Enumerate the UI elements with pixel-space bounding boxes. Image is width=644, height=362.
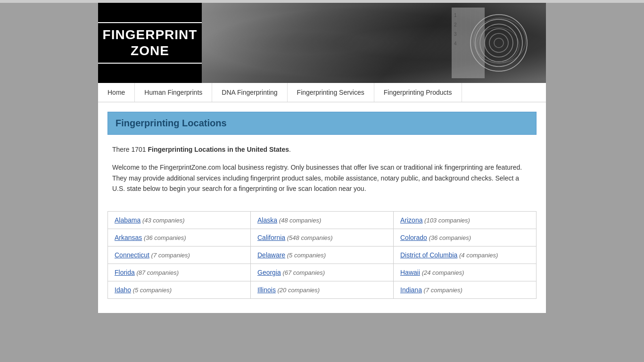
company-count: (36 companies): [427, 234, 471, 241]
company-count: (67 companies): [281, 269, 325, 276]
company-count: (548 companies): [285, 234, 332, 241]
count-text-before: There 1701: [112, 146, 148, 153]
company-count: (5 companies): [285, 252, 326, 259]
nav-dna-fingerprinting[interactable]: DNA Fingerprinting: [212, 83, 287, 102]
company-count: (7 companies): [422, 287, 462, 294]
company-count: (36 companies): [142, 234, 186, 241]
svg-text:4: 4: [454, 41, 457, 46]
svg-point-13: [480, 24, 518, 62]
description-text: Welcome to the FingerprintZone.com local…: [112, 162, 532, 194]
table-row: Florida (87 companies)Georgia (67 compan…: [108, 263, 537, 281]
state-cell: Colorado (36 companies): [394, 229, 537, 246]
table-row: Arkansas (36 companies)California (548 c…: [108, 229, 537, 246]
state-cell: Delaware (5 companies): [251, 246, 394, 263]
table-row: Alabama (43 companies)Alaska (48 compani…: [108, 211, 537, 229]
svg-text:2: 2: [454, 22, 457, 27]
nav-home[interactable]: Home: [98, 83, 135, 102]
company-count: (7 companies): [149, 252, 190, 259]
page-title: Fingerprinting Locations: [116, 118, 227, 128]
state-cell: Arizona (103 companies): [394, 211, 537, 229]
state-cell: District of Columbia (4 companies): [394, 246, 537, 263]
state-link[interactable]: Georgia: [257, 269, 281, 276]
state-cell: Florida (87 companies): [108, 263, 251, 281]
svg-text:1: 1: [454, 13, 457, 18]
company-count: (103 companies): [422, 217, 470, 224]
fingerprint-decoration: 1 2 3 4: [452, 8, 537, 78]
states-list: Alabama (43 companies)Alaska (48 compani…: [108, 211, 537, 298]
state-link[interactable]: Delaware: [257, 251, 285, 259]
state-link[interactable]: Hawaii: [400, 269, 420, 276]
state-link[interactable]: Alabama: [115, 216, 140, 224]
nav-fingerprinting-products[interactable]: Fingerprinting Products: [374, 83, 462, 102]
state-link[interactable]: Arkansas: [115, 234, 142, 241]
table-row: Idaho (5 companies)Illinois (20 companie…: [108, 281, 537, 298]
count-paragraph: There 1701 Fingerprinting Locations in t…: [112, 144, 532, 155]
main-nav: Home Human Fingerprints DNA Fingerprinti…: [98, 83, 546, 102]
state-link[interactable]: Illinois: [257, 286, 276, 294]
content-area: Fingerprinting Locations There 1701 Fing…: [98, 102, 546, 313]
svg-text:3: 3: [454, 32, 457, 37]
state-cell: Connecticut (7 companies): [108, 246, 251, 263]
state-link[interactable]: California: [257, 234, 285, 241]
company-count: (24 companies): [420, 269, 464, 276]
logo-line1: FINGERPRINT: [103, 27, 198, 42]
state-cell: Arkansas (36 companies): [108, 229, 251, 246]
company-count: (87 companies): [135, 269, 179, 276]
company-count: (43 companies): [140, 217, 184, 224]
state-link[interactable]: Alaska: [257, 216, 277, 224]
state-link[interactable]: Colorado: [400, 234, 427, 241]
header-background: 1 2 3 4: [202, 3, 546, 83]
company-count: (20 companies): [276, 287, 320, 294]
locations-table: Alabama (43 companies)Alaska (48 compani…: [107, 211, 537, 299]
nav-fingerprinting-services[interactable]: Fingerprinting Services: [288, 83, 374, 102]
company-count: (5 companies): [131, 287, 172, 294]
count-text-after: .: [289, 146, 291, 153]
page-title-bar: Fingerprinting Locations: [107, 112, 537, 135]
svg-point-14: [485, 29, 513, 57]
svg-point-15: [489, 33, 508, 52]
state-cell: Alabama (43 companies): [108, 211, 251, 229]
state-cell: Indiana (7 companies): [394, 281, 537, 298]
state-link[interactable]: District of Columbia: [400, 251, 457, 259]
state-link[interactable]: Idaho: [115, 286, 131, 294]
logo-area: FINGERPRINT ZONE: [98, 3, 202, 83]
state-cell: Hawaii (24 companies): [394, 263, 537, 281]
company-count: (48 companies): [277, 217, 321, 224]
company-count: (4 companies): [457, 252, 498, 259]
state-cell: California (548 companies): [251, 229, 394, 246]
state-cell: Georgia (67 companies): [251, 263, 394, 281]
state-link[interactable]: Arizona: [400, 216, 422, 224]
svg-point-16: [494, 38, 504, 48]
state-cell: Illinois (20 companies): [251, 281, 394, 298]
nav-human-fingerprints[interactable]: Human Fingerprints: [135, 83, 212, 102]
state-cell: Alaska (48 companies): [251, 211, 394, 229]
description-section: There 1701 Fingerprinting Locations in t…: [107, 144, 537, 211]
state-link[interactable]: Indiana: [400, 286, 422, 294]
logo: FINGERPRINT ZONE: [98, 22, 204, 63]
table-row: Connecticut (7 companies)Delaware (5 com…: [108, 246, 537, 263]
logo-line2: ZONE: [131, 43, 169, 58]
count-bold-text: Fingerprinting Locations in the United S…: [148, 146, 289, 153]
site-header: FINGERPRINT ZONE 1: [98, 3, 546, 83]
state-link[interactable]: Florida: [115, 269, 135, 276]
state-link[interactable]: Connecticut: [115, 251, 149, 259]
state-cell: Idaho (5 companies): [108, 281, 251, 298]
